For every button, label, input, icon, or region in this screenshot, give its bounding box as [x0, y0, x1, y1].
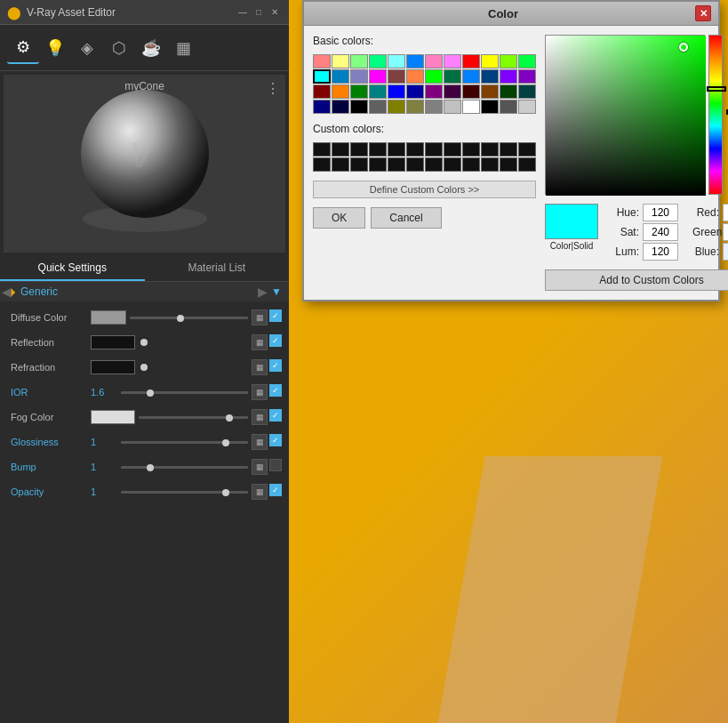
refraction-slider-handle[interactable]: [140, 364, 148, 371]
fog-slider-handle[interactable]: [226, 414, 233, 422]
basic-color-cell[interactable]: [350, 54, 368, 68]
custom-color-cell[interactable]: [369, 142, 387, 157]
green-input[interactable]: [723, 223, 728, 241]
custom-color-cell[interactable]: [444, 157, 461, 172]
fog-texture-icon[interactable]: ▦: [252, 409, 268, 425]
basic-color-cell[interactable]: [444, 69, 461, 84]
basic-color-cell[interactable]: [425, 84, 443, 99]
custom-color-cell[interactable]: [500, 142, 517, 157]
basic-color-cell[interactable]: [500, 69, 517, 84]
bump-slider-track[interactable]: [121, 466, 248, 469]
reflection-slider-handle[interactable]: [140, 339, 148, 346]
custom-color-cell[interactable]: [313, 142, 331, 157]
fog-checkbox[interactable]: ✓: [269, 409, 282, 422]
glossiness-checkbox[interactable]: ✓: [269, 434, 282, 446]
reflection-texture-icon[interactable]: ▦: [252, 334, 268, 350]
custom-color-cell[interactable]: [518, 157, 536, 172]
bump-texture-icon[interactable]: ▦: [252, 459, 268, 475]
hue-input[interactable]: [643, 204, 678, 221]
glossiness-slider-handle[interactable]: [222, 439, 229, 446]
basic-color-cell[interactable]: [518, 54, 536, 68]
basic-color-cell[interactable]: [369, 100, 387, 114]
color-dialog-close-button[interactable]: ✕: [695, 5, 711, 21]
basic-color-cell[interactable]: [462, 100, 480, 114]
basic-color-cell[interactable]: [444, 84, 461, 99]
custom-color-cell[interactable]: [332, 142, 349, 157]
custom-color-cell[interactable]: [313, 157, 331, 172]
geometry-icon[interactable]: ⬡: [103, 32, 135, 64]
basic-color-cell[interactable]: [425, 54, 443, 68]
basic-color-cell[interactable]: [350, 69, 368, 84]
basic-color-cell[interactable]: [518, 100, 536, 114]
ior-texture-icon[interactable]: ▦: [252, 384, 268, 400]
basic-color-cell[interactable]: [313, 100, 331, 114]
custom-color-cell[interactable]: [444, 142, 461, 157]
basic-color-cell[interactable]: [388, 54, 405, 68]
diffuse-slider-track[interactable]: [130, 317, 248, 319]
basic-color-cell[interactable]: [500, 100, 517, 114]
ior-slider-track[interactable]: [121, 391, 248, 394]
custom-color-cell[interactable]: [481, 142, 499, 157]
bump-checkbox[interactable]: [269, 459, 282, 471]
light-icon[interactable]: 💡: [39, 32, 71, 64]
color-spectrum[interactable]: [545, 35, 705, 195]
blue-input[interactable]: [723, 243, 728, 261]
basic-color-cell[interactable]: [444, 100, 461, 114]
basic-color-cell[interactable]: [369, 54, 387, 68]
basic-color-cell[interactable]: [481, 100, 499, 114]
basic-color-cell[interactable]: [332, 54, 349, 68]
basic-color-cell[interactable]: [388, 69, 405, 84]
bump-slider-handle[interactable]: [147, 464, 154, 471]
basic-color-cell[interactable]: [313, 84, 331, 99]
basic-color-cell[interactable]: [350, 100, 368, 114]
custom-color-cell[interactable]: [406, 157, 424, 172]
nav-left-arrow[interactable]: ◀: [2, 285, 12, 299]
basic-color-cell[interactable]: [406, 100, 424, 114]
settings-icon[interactable]: ⚙: [7, 32, 39, 64]
lum-input[interactable]: [643, 243, 678, 261]
custom-color-cell[interactable]: [500, 157, 517, 172]
refraction-texture-icon[interactable]: ▦: [252, 359, 268, 375]
basic-color-cell[interactable]: [406, 84, 424, 99]
basic-color-cell[interactable]: [425, 100, 443, 114]
custom-color-cell[interactable]: [481, 157, 499, 172]
texture-icon[interactable]: ☕: [135, 32, 167, 64]
material-icon[interactable]: ◈: [71, 32, 103, 64]
refraction-checkbox[interactable]: ✓: [269, 359, 282, 372]
glossiness-texture-icon[interactable]: ▦: [252, 434, 268, 450]
custom-color-cell[interactable]: [406, 142, 424, 157]
basic-color-cell[interactable]: [369, 69, 387, 84]
custom-color-cell[interactable]: [350, 157, 368, 172]
basic-color-cell[interactable]: [406, 54, 424, 68]
diffuse-color-swatch[interactable]: [91, 310, 126, 325]
chevron-down-icon[interactable]: ▼: [271, 285, 282, 298]
basic-color-cell[interactable]: [481, 54, 499, 68]
nav-right-arrow[interactable]: ▶: [258, 285, 268, 299]
custom-color-cell[interactable]: [388, 157, 405, 172]
custom-color-cell[interactable]: [350, 142, 368, 157]
sat-input[interactable]: [643, 223, 678, 241]
basic-color-cell[interactable]: [313, 54, 331, 68]
basic-color-cell[interactable]: [350, 84, 368, 99]
custom-color-cell[interactable]: [425, 157, 443, 172]
define-custom-colors-button[interactable]: Define Custom Colors >>: [313, 181, 536, 198]
opacity-checkbox[interactable]: ✓: [269, 484, 282, 496]
reflection-swatch[interactable]: [91, 335, 135, 349]
opacity-slider-track[interactable]: [121, 491, 248, 494]
ior-slider-handle[interactable]: [147, 390, 154, 397]
custom-color-cell[interactable]: [388, 142, 405, 157]
custom-color-cell[interactable]: [369, 157, 387, 172]
fog-slider-track[interactable]: [139, 416, 248, 419]
tab-quick-settings[interactable]: Quick Settings: [0, 256, 145, 281]
diffuse-texture-icon[interactable]: ▦: [252, 309, 268, 325]
tab-material-list[interactable]: Material List: [145, 256, 290, 281]
reflection-checkbox[interactable]: ✓: [269, 334, 282, 347]
close-button[interactable]: ✕: [268, 5, 282, 20]
opacity-slider-handle[interactable]: [222, 489, 229, 496]
basic-color-cell[interactable]: [518, 84, 536, 99]
render-icon[interactable]: ▦: [167, 32, 199, 64]
basic-color-cell[interactable]: [462, 69, 480, 84]
basic-color-cell[interactable]: [444, 54, 461, 68]
maximize-button[interactable]: □: [252, 5, 266, 20]
diffuse-slider-handle[interactable]: [177, 315, 184, 322]
